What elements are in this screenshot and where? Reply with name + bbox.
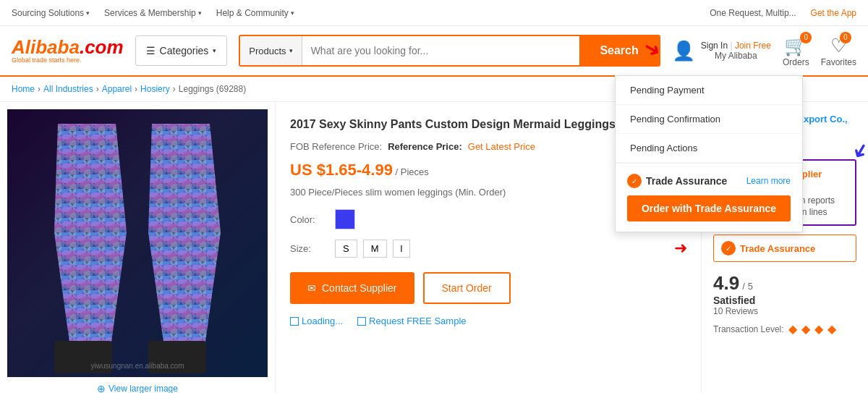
sign-in-join: Sign In | Join Free: [701, 41, 771, 51]
trade-assurance-section: ✓ Trade Assurance Learn more Order with …: [616, 163, 802, 232]
diamond-4: ◆: [827, 322, 836, 336]
fob-label: FOB Reference Price:: [290, 141, 382, 152]
checkbox-icon: [290, 317, 299, 326]
categories-button[interactable]: ☰ Categories ▾: [135, 35, 228, 66]
breadcrumb-apparel[interactable]: Apparel: [102, 84, 132, 94]
rating-label: Satisfied: [713, 295, 856, 306]
size-s-button[interactable]: S: [335, 240, 357, 258]
get-latest-price-link[interactable]: Get Latest Price: [468, 141, 535, 152]
chevron-down-icon: ▾: [198, 9, 202, 17]
contact-supplier-button[interactable]: ✉ Contact Supplier: [290, 272, 414, 304]
logo-tagline: Global trade starts here.: [12, 56, 82, 64]
logo-brand: Alibaba.com: [12, 38, 124, 56]
rating-out-of: /: [742, 281, 745, 292]
breadcrumb-current: Leggings (69288): [179, 84, 246, 94]
rating-score: 4.9: [713, 272, 739, 295]
ta-title: Trade Assurance: [646, 175, 727, 187]
free-sample-link[interactable]: Request FREE Sample: [357, 316, 466, 326]
view-larger-link[interactable]: ⊕ View larger image: [7, 377, 268, 393]
red-arrow-2: ➜: [674, 239, 687, 258]
get-app-link[interactable]: Get the App: [811, 8, 856, 18]
size-row: Size: S M l: [290, 240, 686, 258]
diamond-2: ◆: [801, 322, 810, 336]
orders-dropdown: Pending Payment Pending Confirmation Pen…: [615, 75, 803, 232]
search-input[interactable]: [302, 36, 580, 65]
ta-badge-icon: ✓: [721, 241, 736, 255]
one-request-link[interactable]: One Request, Multip...: [710, 8, 796, 18]
watermark: yiwusungnan.en.alibaba.com: [91, 362, 184, 370]
search-area: Products ▾ Search: [239, 35, 660, 67]
product-images: yiwusungnan.en.alibaba.com ⊕ View larger…: [0, 102, 275, 393]
rating-row: 4.9 / 5: [713, 272, 856, 295]
start-order-button[interactable]: Start Order: [423, 272, 511, 304]
search-category-label: Products: [249, 46, 286, 56]
breadcrumb-sep: ›: [173, 84, 176, 94]
top-bar: Sourcing Solutions ▾ Services & Membersh…: [0, 0, 868, 26]
pending-actions-item[interactable]: Pending Actions: [616, 134, 802, 163]
categories-label: Categories: [160, 45, 209, 56]
rating-count: 10 Reviews: [713, 306, 856, 316]
transaction-level: Transaction Level: ◆ ◆ ◆ ◆: [713, 322, 856, 336]
search-category-dropdown[interactable]: Products ▾: [240, 36, 302, 65]
rating-section: 4.9 / 5 Satisfied 10 Reviews Transaction…: [713, 272, 856, 336]
help-community-link[interactable]: Help & Community ▾: [216, 8, 294, 18]
action-buttons: ✉ Contact Supplier Start Order: [290, 272, 686, 304]
chevron-down-icon: ▾: [291, 9, 294, 17]
fob-label-ref: Reference Price:: [388, 141, 462, 152]
chevron-down-icon: ▾: [289, 47, 293, 54]
zoom-icon: ⊕: [97, 383, 106, 393]
my-alibaba-link[interactable]: My Alibaba: [701, 51, 771, 61]
favorites-badge: 0: [840, 32, 851, 43]
size-l-button[interactable]: l: [393, 240, 411, 258]
order-with-trade-assurance-button[interactable]: Order with Trade Assurance: [627, 195, 791, 221]
sourcing-solutions-link[interactable]: Sourcing Solutions ▾: [12, 8, 90, 18]
diamond-1: ◆: [788, 322, 797, 336]
chevron-down-icon: ▾: [213, 47, 216, 54]
services-membership-link[interactable]: Services & Membership ▾: [104, 8, 202, 18]
product-image-main: yiwusungnan.en.alibaba.com: [7, 109, 268, 377]
price-range: US $1.65-4.99: [290, 161, 393, 179]
size-label: Size:: [290, 243, 326, 254]
checkbox-icon2: [357, 317, 366, 326]
price-unit: / Pieces: [396, 166, 429, 177]
message-icon: ✉: [307, 282, 316, 294]
size-options: S M l: [335, 240, 410, 258]
breadcrumb-hosiery[interactable]: Hosiery: [140, 84, 170, 94]
rating-out-of-num: 5: [748, 281, 753, 292]
breadcrumb-home[interactable]: Home: [12, 84, 35, 94]
loading-checkbox: Loading...: [290, 316, 343, 326]
leggings-illustration: [14, 117, 260, 377]
orders-area[interactable]: 🛒 0 Orders: [783, 35, 809, 67]
top-right-links: One Request, Multip... Get the App: [710, 8, 856, 18]
pending-payment-item[interactable]: Pending Payment: [616, 76, 802, 105]
favorites-label: Favorites: [821, 57, 856, 67]
ta-header: ✓ Trade Assurance Learn more: [627, 174, 791, 188]
favorites-area[interactable]: ♡ 0 Favorites: [821, 35, 856, 67]
breadcrumb-sep: ›: [96, 84, 99, 94]
header: Alibaba.com Global trade starts here. ☰ …: [0, 26, 868, 77]
diamond-3: ◆: [814, 322, 823, 336]
color-swatch[interactable]: [335, 209, 355, 229]
breadcrumb-all-industries[interactable]: All Industries: [43, 84, 93, 94]
loading-section: Loading... Request FREE Sample: [290, 316, 686, 326]
ta-badge-text: Trade Assurance: [740, 243, 815, 254]
breadcrumb-sep: ›: [38, 84, 41, 94]
pending-confirmation-item[interactable]: Pending Confirmation: [616, 105, 802, 134]
chevron-down-icon: ▾: [86, 9, 90, 17]
user-area[interactable]: 👤 Sign In | Join Free My Alibaba: [672, 40, 771, 62]
hamburger-icon: ☰: [146, 45, 156, 56]
color-label: Color:: [290, 214, 326, 225]
orders-badge: 0: [800, 32, 812, 43]
size-m-button[interactable]: M: [363, 240, 387, 258]
ta-learn-more[interactable]: Learn more: [746, 176, 791, 186]
trade-assurance-badge: ➜ ✓ Trade Assurance: [713, 234, 856, 262]
sign-in-link[interactable]: Sign In: [701, 41, 728, 51]
logo[interactable]: Alibaba.com Global trade starts here.: [12, 38, 124, 64]
orders-label: Orders: [783, 57, 809, 67]
ta-icon: ✓: [627, 174, 642, 188]
join-free-link[interactable]: Join Free: [735, 41, 771, 51]
user-icon: 👤: [672, 40, 695, 62]
breadcrumb-sep: ›: [135, 84, 137, 94]
top-nav: Sourcing Solutions ▾ Services & Membersh…: [12, 8, 294, 18]
